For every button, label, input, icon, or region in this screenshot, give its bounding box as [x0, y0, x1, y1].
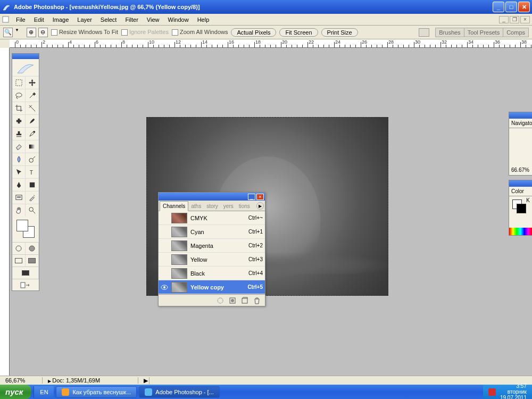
dropdown-icon[interactable]: ▼: [15, 28, 19, 37]
notes-tool[interactable]: [12, 191, 26, 204]
history-brush-tool[interactable]: [26, 127, 39, 140]
actual-pixels-button[interactable]: Actual Pixels: [231, 28, 276, 37]
visibility-toggle[interactable]: [161, 242, 168, 250]
move-tool[interactable]: [26, 76, 39, 89]
tools-palette-header[interactable]: [12, 54, 39, 59]
hand-tool[interactable]: [12, 204, 26, 217]
visibility-toggle[interactable]: [161, 214, 168, 222]
jump-to-button[interactable]: [12, 279, 39, 290]
start-button[interactable]: пуск: [0, 385, 31, 399]
taskbar-item-photoshop[interactable]: Adobe Photoshop - [...: [139, 386, 219, 398]
crop-tool[interactable]: [12, 102, 26, 114]
type-tool[interactable]: T: [26, 165, 39, 178]
tab-channels[interactable]: Channels: [160, 201, 188, 211]
heal-tool[interactable]: [12, 114, 26, 127]
menu-window[interactable]: Window: [164, 15, 193, 24]
menu-image[interactable]: Image: [49, 15, 73, 24]
fit-screen-button[interactable]: Fit Screen: [279, 28, 318, 37]
marquee-tool[interactable]: [12, 76, 26, 89]
color-tab[interactable]: Color: [509, 187, 532, 196]
visibility-toggle[interactable]: [161, 270, 168, 277]
status-zoom[interactable]: 66,67%: [0, 377, 43, 384]
stamp-tool[interactable]: [12, 127, 26, 140]
standard-mode-button[interactable]: [12, 243, 26, 254]
toolpresets-tab[interactable]: Tool Presets: [464, 28, 504, 37]
gradient-tool[interactable]: [26, 140, 39, 153]
wand-tool[interactable]: [26, 89, 39, 102]
pen-tool[interactable]: [12, 178, 26, 191]
menu-edit[interactable]: Edit: [30, 15, 48, 24]
zoom-tool[interactable]: [26, 204, 39, 217]
channel-row[interactable]: CMYKCtrl+~: [159, 211, 265, 225]
doc-restore-button[interactable]: ❐: [510, 16, 519, 23]
lasso-tool[interactable]: [12, 89, 26, 102]
path-select-tool[interactable]: [12, 165, 26, 178]
channel-row[interactable]: Yellow copyCtrl+5: [159, 280, 265, 294]
tab-paths[interactable]: aths: [188, 202, 204, 211]
close-button[interactable]: ✕: [518, 2, 530, 12]
canvas-area[interactable]: [10, 48, 532, 377]
menu-file[interactable]: File: [12, 15, 29, 24]
tab-actions[interactable]: tions: [236, 202, 253, 211]
navigator-panel-header[interactable]: [509, 112, 532, 119]
language-indicator[interactable]: EN: [34, 386, 54, 398]
comps-tab[interactable]: Comps: [503, 28, 529, 37]
tray-clock[interactable]: 3:57 вторник 19.07.2011: [500, 383, 527, 399]
save-selection-icon[interactable]: [228, 297, 236, 304]
channels-panel-titlebar[interactable]: _ ×: [159, 193, 265, 201]
panel-minimize-button[interactable]: _: [248, 194, 255, 200]
minimize-button[interactable]: _: [493, 2, 504, 12]
blur-tool[interactable]: [12, 153, 26, 165]
eraser-tool[interactable]: [12, 140, 26, 153]
menu-select[interactable]: Select: [97, 15, 121, 24]
tab-layers[interactable]: yers: [221, 202, 236, 211]
zoom-in-icon[interactable]: ⊕: [27, 28, 36, 37]
brushes-tab[interactable]: Brushes: [435, 28, 464, 37]
menu-filter[interactable]: Filter: [121, 15, 142, 24]
quickmask-mode-button[interactable]: [26, 243, 39, 254]
color-panel-header[interactable]: [509, 180, 532, 187]
doc-minimize-button[interactable]: _: [499, 16, 509, 23]
visibility-toggle[interactable]: [161, 228, 168, 236]
channel-row[interactable]: BlackCtrl+4: [159, 267, 265, 280]
screen-mode-3[interactable]: [12, 267, 39, 279]
status-arrow-icon[interactable]: ▶: [138, 377, 149, 384]
color-spectrum[interactable]: [509, 228, 532, 235]
palette-well-icon[interactable]: [419, 28, 429, 37]
menu-view[interactable]: View: [143, 15, 163, 24]
color-swatches[interactable]: [14, 219, 37, 240]
zoom-all-option[interactable]: Zoom All Windows: [172, 29, 228, 36]
menu-layer[interactable]: Layer: [73, 15, 96, 24]
delete-channel-icon[interactable]: [253, 297, 261, 304]
color-swatches[interactable]: [512, 200, 526, 213]
channel-row[interactable]: YellowCtrl+3: [159, 253, 265, 267]
menu-help[interactable]: Help: [194, 15, 213, 24]
zoom-out-icon[interactable]: ⊖: [38, 28, 48, 37]
visibility-toggle[interactable]: [161, 256, 168, 263]
shape-tool[interactable]: [26, 178, 39, 191]
foreground-swatch[interactable]: [16, 220, 28, 231]
channel-row[interactable]: MagentaCtrl+2: [159, 239, 265, 253]
resize-windows-option[interactable]: Resize Windows To Fit: [51, 29, 118, 36]
doc-close-button[interactable]: ×: [520, 16, 530, 23]
panel-close-button[interactable]: ×: [256, 194, 264, 200]
maximize-button[interactable]: □: [505, 2, 517, 12]
brush-tool[interactable]: [26, 114, 39, 127]
ignore-palettes-option[interactable]: Ignore Palettes: [121, 29, 169, 36]
navigator-tab[interactable]: Navigator: [509, 119, 532, 128]
dodge-tool[interactable]: [26, 153, 39, 165]
screen-mode-2[interactable]: [26, 255, 39, 267]
load-selection-icon[interactable]: [216, 297, 224, 304]
eyedropper-tool[interactable]: [26, 191, 39, 204]
system-tray[interactable]: 3:57 вторник 19.07.2011: [483, 385, 532, 399]
print-size-button[interactable]: Print Size: [321, 28, 358, 37]
slice-tool[interactable]: [26, 102, 39, 114]
zoom-tool-icon[interactable]: 🔍: [3, 28, 13, 37]
tray-icon[interactable]: [488, 388, 496, 396]
tab-history[interactable]: story: [204, 202, 221, 211]
panel-menu-icon[interactable]: ▶: [256, 202, 264, 210]
channel-row[interactable]: CyanCtrl+1: [159, 225, 265, 239]
screen-mode-1[interactable]: [12, 255, 26, 267]
status-doc[interactable]: ▶ Doc: 1,35M/1,69M: [43, 377, 138, 384]
new-channel-icon[interactable]: [240, 297, 248, 304]
